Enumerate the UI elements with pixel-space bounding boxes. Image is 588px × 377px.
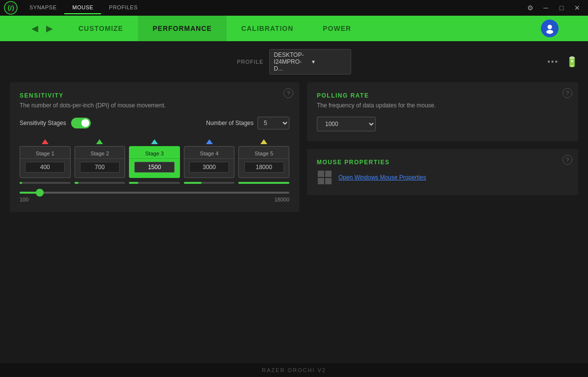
polling-title: POLLING RATE [317,92,568,99]
svg-point-3 [546,30,553,34]
footer: RAZER OROCHI V2 [0,363,588,377]
stage-4-label: Stage 4 [184,149,234,159]
titlebar: ⟨/⟩ SYNAPSE MOUSE PROFILES ⚙ ─ □ ✕ [0,0,588,16]
stage-4-box: Stage 4 [184,146,235,178]
svg-rect-7 [325,178,332,184]
titlebar-left: ⟨/⟩ SYNAPSE MOUSE PROFILES [4,1,146,15]
sensitivity-desc: The number of dots-per-inch (DPI) of mou… [20,102,289,109]
tabsbar: ◀ ▶ CUSTOMIZE PERFORMANCE CALIBRATION PO… [0,16,588,41]
stage-1-arrow [42,139,49,144]
stage-1-box: Stage 1 [20,146,71,178]
stages-label: Number of Stages [206,120,254,126]
tab-customize[interactable]: CUSTOMIZE [64,16,138,41]
svg-rect-6 [318,178,324,184]
profile-bar: PROFILE DESKTOP-I24MPRO-D... ▾ ••• 🔋 [10,49,578,75]
stage-3-input[interactable] [134,162,174,173]
stage-4-arrow [206,139,213,144]
slider-labels: 100 18000 [20,197,289,202]
stages-row: Stage 1 Stage 2 [20,139,289,184]
stage-5-col: Stage 5 [238,139,289,184]
sensitivity-toggle[interactable] [71,118,91,128]
sensitivity-help-icon[interactable]: ? [283,88,293,98]
stage-4-col: Stage 4 [184,139,235,184]
stage-5-box: Stage 5 [238,146,289,178]
profile-value: DESKTOP-I24MPRO-D... [274,51,308,72]
slider-track [20,192,289,194]
stage-2-arrow [96,139,103,144]
slider-container: 100 18000 [20,192,289,202]
stage-3-label: Stage 3 [129,149,179,159]
stage-3-bar [129,182,180,184]
minimize-button[interactable]: ─ [539,2,553,14]
profile-dropdown[interactable]: DESKTOP-I24MPRO-D... ▾ [269,49,351,75]
battery-icon: 🔋 [566,56,578,68]
slider-max-label: 18000 [274,197,289,202]
polling-desc: The frequency of data updates for the mo… [317,102,568,109]
titlebar-nav: SYNAPSE MOUSE PROFILES [22,1,146,14]
slider-min-label: 100 [20,197,28,202]
close-button[interactable]: ✕ [570,2,584,14]
settings-button[interactable]: ⚙ [523,2,537,14]
stage-1-input[interactable] [25,162,65,173]
mouse-props-title: MOUSE PROPERTIES [317,159,568,166]
stage-1-label: Stage 1 [20,149,70,159]
maximize-button[interactable]: □ [555,2,568,14]
stage-2-box: Stage 2 [75,146,126,178]
stage-5-input[interactable] [244,162,284,173]
stage-1-col: Stage 1 [20,139,71,184]
sensitivity-title: SENSITIVITY [20,92,289,99]
profile-more-button[interactable]: ••• [547,57,559,66]
nav-synapse[interactable]: SYNAPSE [22,1,64,14]
polling-help-icon[interactable]: ? [562,88,572,98]
forward-button[interactable]: ▶ [44,21,55,36]
stage-3-col: Stage 3 [129,139,180,184]
main-content: PROFILE DESKTOP-I24MPRO-D... ▾ ••• 🔋 ? S… [0,41,588,363]
panels: ? SENSITIVITY The number of dots-per-inc… [10,82,578,212]
titlebar-controls: ⚙ ─ □ ✕ [523,2,584,14]
stages-select[interactable]: 5 [257,117,289,129]
tab-performance[interactable]: PERFORMANCE [138,16,227,41]
user-avatar[interactable] [541,20,559,37]
tab-calibration[interactable]: CALIBRATION [227,16,308,41]
profile-label: PROFILE [237,59,263,65]
stage-4-input[interactable] [189,162,229,173]
stage-3-box: Stage 3 [129,146,180,178]
mouse-properties-panel: ? MOUSE PROPERTIES Open Windows Mouse Pr… [307,149,578,195]
stage-5-label: Stage 5 [239,149,289,159]
stage-3-arrow [151,139,158,144]
mouse-prop-link[interactable]: Open Windows Mouse Properties [317,170,568,185]
stage-4-bar [184,182,235,184]
tab-power[interactable]: POWER [308,16,366,41]
back-button[interactable]: ◀ [29,21,40,36]
polling-select[interactable]: 1000 500 125 [317,117,376,131]
device-name: RAZER OROCHI V2 [262,367,326,373]
stage-2-label: Stage 2 [75,149,125,159]
svg-point-2 [548,25,552,29]
slider-thumb[interactable] [36,189,44,197]
nav-profiles[interactable]: PROFILES [101,1,145,14]
razer-logo-icon: ⟨/⟩ [4,1,18,15]
stage-5-arrow [260,139,267,144]
svg-text:⟨/⟩: ⟨/⟩ [7,4,14,12]
svg-rect-5 [325,171,332,177]
windows-logo-icon [317,170,332,185]
right-panels: ? POLLING RATE The frequency of data upd… [307,82,578,212]
toggle-row: Sensitivity Stages Number of Stages 5 [20,117,289,129]
toggle-label: Sensitivity Stages [20,120,66,126]
mouse-props-help-icon[interactable]: ? [562,155,572,165]
mouse-prop-text[interactable]: Open Windows Mouse Properties [338,174,426,181]
stage-1-bar [20,182,71,184]
stage-2-col: Stage 2 [75,139,126,184]
polling-rate-panel: ? POLLING RATE The frequency of data upd… [307,82,578,141]
stage-2-input[interactable] [80,162,120,173]
dropdown-arrow-icon: ▾ [312,58,347,65]
stage-2-bar [75,182,126,184]
tabs-list: CUSTOMIZE PERFORMANCE CALIBRATION POWER [59,16,541,41]
stage-5-bar [238,182,289,184]
svg-rect-4 [318,171,324,177]
nav-mouse[interactable]: MOUSE [64,1,101,14]
sensitivity-panel: ? SENSITIVITY The number of dots-per-inc… [10,82,299,212]
